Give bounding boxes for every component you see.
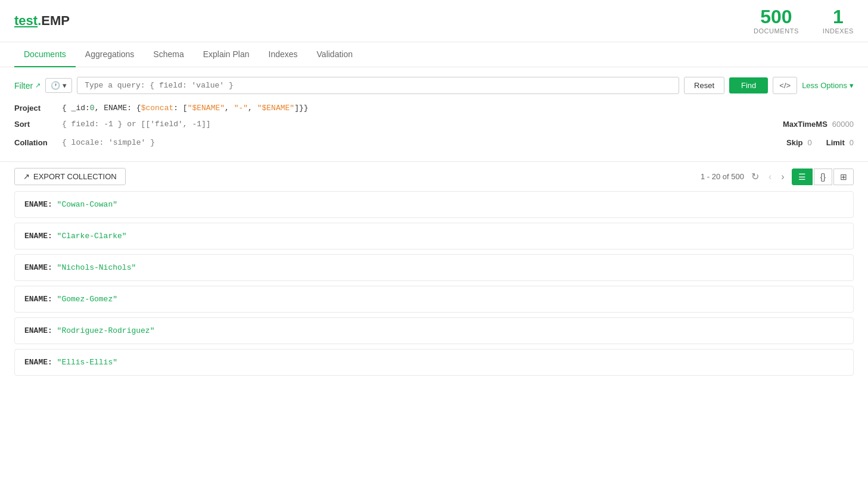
maxtimems-value: 60000 bbox=[832, 120, 854, 129]
prev-page-button[interactable]: ‹ bbox=[766, 169, 774, 185]
documents-toolbar: ↗ EXPORT COLLECTION 1 - 20 of 500 ↻ ‹ › … bbox=[0, 162, 868, 191]
tab-aggregations[interactable]: Aggregations bbox=[76, 42, 144, 67]
table-row: ENAME: "Rodriguez-Rodriguez" bbox=[14, 317, 854, 344]
reset-button[interactable]: Reset bbox=[684, 77, 724, 94]
view-toggle: ☰ {} ⊞ bbox=[792, 169, 854, 185]
indexes-label: INDEXES bbox=[823, 27, 854, 35]
sort-label: Sort bbox=[14, 120, 62, 129]
filter-button[interactable]: Filter ↗ bbox=[14, 81, 41, 91]
documents-stat: 500 DOCUMENTS bbox=[754, 7, 799, 35]
header-stats: 500 DOCUMENTS 1 INDEXES bbox=[754, 7, 854, 35]
sort-input[interactable] bbox=[62, 117, 783, 131]
tab-explain-plan[interactable]: Explain Plan bbox=[194, 42, 259, 67]
collation-input[interactable] bbox=[62, 136, 786, 149]
table-row: ENAME: "Clarke-Clarke" bbox=[14, 223, 854, 249]
documents-count: 500 bbox=[754, 7, 799, 26]
limit-value: 0 bbox=[850, 138, 854, 147]
less-options-chevron-icon: ▾ bbox=[850, 81, 854, 90]
logo-emp: EMP bbox=[41, 13, 70, 28]
table-row: ENAME: "Ellis-Ellis" bbox=[14, 349, 854, 376]
code-button[interactable]: </> bbox=[773, 77, 797, 94]
filter-input[interactable] bbox=[77, 77, 679, 94]
list-view-button[interactable]: ☰ bbox=[792, 169, 813, 185]
export-collection-button[interactable]: ↗ EXPORT COLLECTION bbox=[14, 168, 126, 185]
skip-label: Skip bbox=[786, 138, 802, 147]
maxtimems-label: MaxTimeMS bbox=[783, 120, 827, 129]
export-label: EXPORT COLLECTION bbox=[33, 172, 117, 181]
app-header: test.EMP 500 DOCUMENTS 1 INDEXES bbox=[0, 0, 868, 42]
limit-label: Limit bbox=[826, 138, 845, 147]
table-row: ENAME: "Cowan-Cowan" bbox=[14, 191, 854, 218]
table-row: ENAME: "Gomez-Gomez" bbox=[14, 286, 854, 313]
json-view-button[interactable]: {} bbox=[814, 169, 832, 185]
collation-label: Collation bbox=[14, 138, 62, 147]
indexes-count: 1 bbox=[823, 7, 854, 26]
tab-bar: Documents Aggregations Schema Explain Pl… bbox=[0, 42, 868, 67]
project-label: Project bbox=[14, 104, 62, 113]
tab-documents[interactable]: Documents bbox=[14, 42, 76, 67]
project-value: { _id:0, ENAME: {$concat: ["$ENAME", "-"… bbox=[62, 104, 854, 113]
skip-value: 0 bbox=[807, 138, 811, 147]
filter-external-icon: ↗ bbox=[35, 82, 41, 89]
export-icon: ↗ bbox=[23, 172, 30, 181]
clock-icon: 🕐 bbox=[51, 81, 60, 90]
tab-indexes[interactable]: Indexes bbox=[259, 42, 307, 67]
tab-validation[interactable]: Validation bbox=[307, 42, 362, 67]
time-chevron-icon: ▾ bbox=[63, 81, 67, 90]
time-button[interactable]: 🕐 ▾ bbox=[45, 78, 72, 93]
refresh-button[interactable]: ↻ bbox=[749, 169, 761, 185]
indexes-stat: 1 INDEXES bbox=[823, 7, 854, 35]
next-page-button[interactable]: › bbox=[779, 169, 786, 185]
table-row: ENAME: "Nichols-Nichols" bbox=[14, 254, 854, 281]
table-view-button[interactable]: ⊞ bbox=[833, 169, 854, 185]
pagination-info: 1 - 20 of 500 bbox=[701, 172, 744, 181]
documents-label: DOCUMENTS bbox=[754, 27, 799, 35]
find-button[interactable]: Find bbox=[729, 77, 768, 93]
documents-list: ENAME: "Cowan-Cowan" ENAME: "Clarke-Clar… bbox=[0, 191, 868, 376]
app-logo: test.EMP bbox=[14, 13, 70, 29]
tab-schema[interactable]: Schema bbox=[144, 42, 193, 67]
less-options-label: Less Options bbox=[802, 81, 847, 90]
filter-label-text: Filter bbox=[14, 81, 33, 91]
query-bar: Filter ↗ 🕐 ▾ Reset Find </> Less Options… bbox=[0, 67, 868, 162]
logo-test: test bbox=[14, 13, 38, 28]
toolbar-right: 1 - 20 of 500 ↻ ‹ › ☰ {} ⊞ bbox=[701, 169, 854, 185]
less-options-button[interactable]: Less Options ▾ bbox=[802, 81, 854, 90]
